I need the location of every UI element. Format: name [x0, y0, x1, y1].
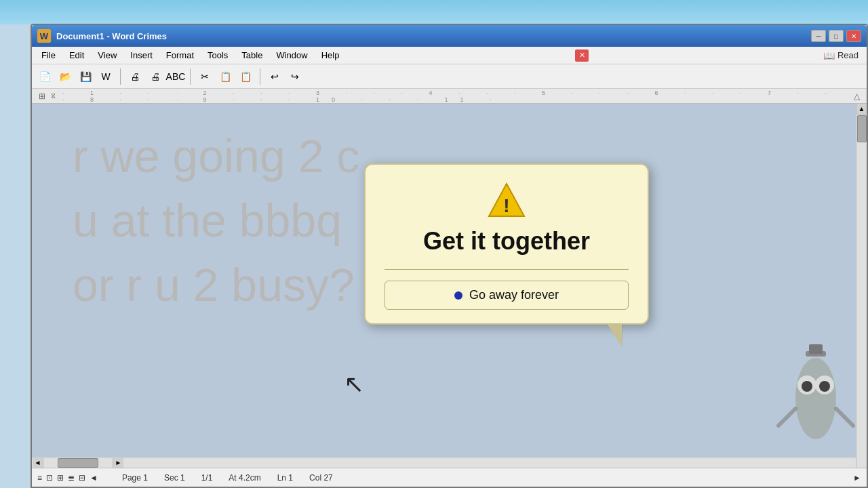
svg-rect-6 [809, 344, 823, 354]
status-sec: Sec 1 [164, 473, 185, 483]
app-icon: W [37, 29, 51, 43]
status-icon-5: ⊟ [79, 473, 85, 483]
go-away-label: Go away forever [469, 288, 559, 302]
status-icon-1: ≡ [37, 473, 42, 483]
status-page: Page 1 [122, 473, 148, 483]
content-area: r we going 2 c u at the bbbq or r u 2 bu… [32, 104, 867, 487]
svg-point-3 [802, 381, 812, 392]
window-controls: ─ □ ✕ [811, 30, 861, 42]
menu-table[interactable]: Table [235, 49, 269, 62]
doc-line-3: or r u 2 busy? [73, 253, 359, 317]
status-icons: ≡ ⊡ ⊞ ≣ ⊟ ◄ [37, 473, 98, 483]
redo-btn[interactable]: ↪ [286, 68, 304, 85]
sep2 [190, 68, 191, 85]
warning-icon-container: ! [384, 181, 629, 219]
status-icon-2: ⊡ [46, 473, 53, 483]
menu-file[interactable]: File [35, 49, 62, 62]
copy-btn[interactable]: 📋 [216, 68, 234, 85]
menu-insert[interactable]: Insert [123, 49, 159, 62]
read-button[interactable]: 📖 Read [818, 49, 864, 62]
window-title: Document1 - Word Crimes [56, 31, 811, 41]
print-preview-btn[interactable]: 🖨 [126, 68, 144, 85]
scroll-left-btn[interactable]: ◄ [33, 458, 43, 468]
status-icon-3: ⊞ [57, 473, 64, 483]
document-text: r we going 2 c u at the bbbq or r u 2 bu… [73, 124, 359, 318]
open-btn[interactable]: 📂 [56, 68, 74, 85]
menu-bar: File Edit View Insert Format Tools Table… [32, 47, 867, 64]
menu-window[interactable]: Window [269, 49, 314, 62]
cut-btn[interactable]: ✂ [196, 68, 214, 85]
menu-format[interactable]: Format [159, 49, 201, 62]
status-right-arrow[interactable]: ► [853, 473, 861, 483]
btn-dot-icon [454, 291, 462, 300]
horizontal-scrollbar[interactable]: ◄ ► [32, 457, 856, 468]
warning-triangle-icon: ! [486, 181, 527, 219]
new-btn[interactable]: 📄 [36, 68, 54, 85]
svg-point-4 [819, 381, 830, 392]
undo-btn[interactable]: ↩ [266, 68, 283, 85]
doc-line-1: r we going 2 c [73, 124, 359, 188]
doc-line-2: u at the bbbq [73, 188, 359, 253]
status-icon-4: ≣ [68, 473, 75, 483]
svg-point-0 [795, 358, 836, 439]
save-btn[interactable]: 💾 [77, 68, 94, 85]
toolbar: 📄 📂 💾 W 🖨 🖨 ABC ✂ 📋 📋 ↩ ↪ [32, 64, 867, 89]
svg-line-7 [778, 409, 795, 426]
spell-btn[interactable]: ABC [167, 68, 184, 85]
ruler: ⊞ ⧖ · 1 · · · 2 · · · 3 · · · 4 · · · 5 … [32, 89, 867, 104]
main-window: W Document1 - Word Crimes ─ □ ✕ File Edi… [31, 24, 868, 488]
status-pages: 1/1 [201, 473, 213, 483]
sep3 [260, 68, 260, 85]
sep1 [120, 68, 121, 85]
paste-btn[interactable]: 📋 [237, 68, 254, 85]
dialog-divider [384, 269, 629, 270]
menu-edit[interactable]: Edit [62, 49, 91, 62]
print-btn[interactable]: 🖨 [146, 68, 164, 85]
minimize-button[interactable]: ─ [811, 30, 826, 42]
dialog-box: ! Get it together Go away forever [364, 163, 649, 325]
read-label: Read [837, 50, 859, 60]
menu-help[interactable]: Help [315, 49, 347, 62]
menu-view[interactable]: View [91, 49, 123, 62]
mouse-cursor: ↖ [344, 370, 364, 399]
sky-background [0, 0, 868, 24]
scroll-h-thumb[interactable] [58, 458, 98, 468]
status-ln: Ln 1 [277, 473, 293, 483]
close-button[interactable]: ✕ [846, 30, 861, 42]
doc-close-button[interactable]: ✕ [575, 49, 589, 62]
status-bar: ≡ ⊡ ⊞ ≣ ⊟ ◄ Page 1 Sec 1 1/1 At 4.2cm Ln… [32, 468, 867, 487]
menu-tools[interactable]: Tools [201, 49, 235, 62]
maximize-button[interactable]: □ [829, 30, 844, 42]
clippy-svg [772, 310, 860, 460]
scroll-left-arrow[interactable]: ◄ [90, 473, 98, 483]
read-icon: 📖 [823, 50, 835, 61]
status-col: Col 27 [309, 473, 333, 483]
clippy-figure [772, 310, 853, 446]
word-btn[interactable]: W [97, 68, 115, 85]
status-at: At 4.2cm [229, 473, 260, 483]
dialog-title: Get it together [384, 227, 629, 256]
go-away-button[interactable]: Go away forever [384, 281, 629, 310]
scroll-right-btn[interactable]: ► [113, 458, 123, 468]
scroll-up-btn[interactable]: ▲ [856, 104, 867, 115]
ruler-content: ⊞ ⧖ · 1 · · · 2 · · · 3 · · · 4 · · · 5 … [39, 89, 860, 103]
scroll-thumb[interactable] [857, 115, 867, 142]
svg-line-8 [836, 409, 853, 426]
title-bar: W Document1 - Word Crimes ─ □ ✕ [32, 25, 867, 47]
svg-text:!: ! [503, 195, 509, 216]
